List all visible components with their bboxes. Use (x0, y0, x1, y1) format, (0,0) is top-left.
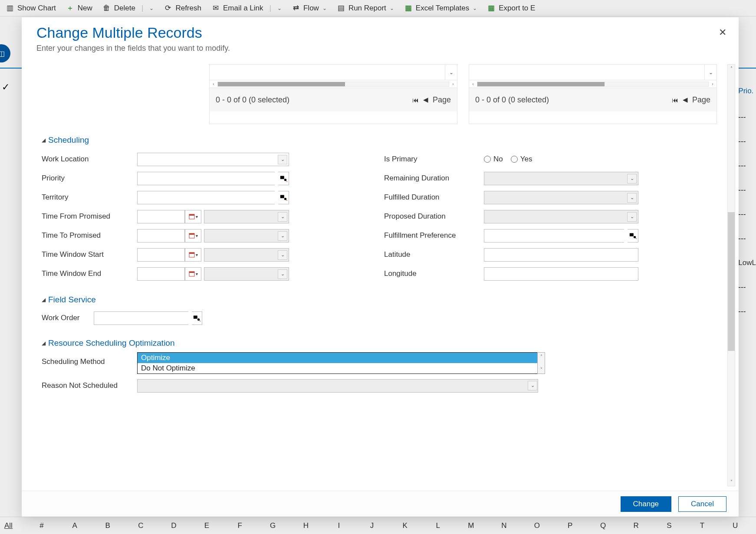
time-window-end-label: Time Window End (42, 269, 137, 278)
prev-page-icon[interactable]: ◀ (683, 96, 688, 104)
svg-rect-9 (189, 252, 194, 254)
remaining-duration-input[interactable] (484, 172, 638, 185)
time-to-promised-time[interactable] (204, 229, 289, 242)
latitude-input[interactable] (484, 248, 638, 262)
fulfillment-preference-input[interactable] (484, 229, 624, 242)
chevron-down-icon[interactable]: ⌄ (445, 65, 457, 80)
time-from-promised-label: Time From Promised (42, 212, 137, 221)
rso-section-label: Resource Scheduling Optimization (48, 338, 175, 348)
dialog-title: Change Multiple Records (36, 24, 724, 41)
option-do-not-optimize[interactable]: Do Not Optimize (138, 363, 538, 373)
radio-yes-label: Yes (520, 155, 532, 164)
priority-label: Priority (42, 174, 137, 183)
longitude-input[interactable] (484, 267, 638, 281)
work-location-select[interactable] (137, 153, 289, 166)
lookup-button[interactable] (278, 172, 289, 185)
option-optimize[interactable]: Optimize (138, 353, 538, 363)
subgrid-status: 0 - 0 of 0 (0 selected) (475, 95, 549, 105)
subgrid-footer: 0 - 0 of 0 (0 selected) ⏮ ◀ Page (469, 88, 717, 111)
page-label: Page (433, 95, 451, 105)
time-window-start-label: Time Window Start (42, 250, 137, 259)
time-to-promised-label: Time To Promised (42, 231, 137, 240)
calendar-button[interactable]: ▾ (185, 229, 201, 242)
longitude-label: Longitude (384, 269, 484, 278)
chevron-down-icon[interactable]: ⌄ (627, 193, 637, 203)
is-primary-no-radio[interactable]: No (484, 155, 503, 164)
dialog-subtitle: Enter your changes in the fields that yo… (36, 44, 724, 53)
scheduling-method-label: Scheduling Method (42, 352, 137, 366)
proposed-duration-label: Proposed Duration (384, 212, 484, 221)
subgrid-hscroll[interactable]: ‹› (210, 80, 457, 88)
collapse-icon: ◢ (42, 137, 46, 143)
time-window-start-time[interactable] (204, 248, 289, 262)
subgrid-hscroll[interactable]: ‹› (469, 80, 717, 88)
subgrid-right: ⌄ ‹› 0 - 0 of 0 (0 selected) ⏮ ◀ Page (469, 64, 717, 124)
svg-rect-14 (194, 316, 197, 319)
svg-rect-11 (189, 272, 194, 273)
field-service-section-label: Field Service (48, 295, 96, 305)
lookup-button[interactable] (192, 311, 202, 325)
work-location-label: Work Location (42, 155, 137, 164)
time-window-end-date[interactable] (137, 267, 185, 281)
svg-rect-5 (189, 214, 194, 216)
time-from-promised-time[interactable] (204, 210, 289, 223)
lookup-button[interactable] (278, 191, 289, 204)
first-page-icon[interactable]: ⏮ (412, 96, 419, 104)
calendar-button[interactable]: ▾ (185, 210, 201, 223)
time-window-end-time[interactable] (204, 267, 289, 281)
close-button[interactable]: ✕ (719, 27, 726, 38)
work-order-input[interactable] (94, 311, 188, 325)
chevron-down-icon[interactable]: ⌄ (627, 174, 637, 183)
latitude-label: Latitude (384, 250, 484, 259)
time-from-promised-date[interactable] (137, 210, 185, 223)
chevron-down-icon[interactable]: ⌄ (278, 231, 287, 241)
dialog-footer: Change Cancel (22, 491, 739, 517)
priority-input[interactable] (137, 172, 275, 185)
scheduling-method-dropdown[interactable]: Optimize Do Not Optimize ˄˅ (137, 352, 538, 374)
first-page-icon[interactable]: ⏮ (672, 96, 678, 104)
dialog-body: ⌄ ‹› 0 - 0 of 0 (0 selected) ⏮ ◀ Page ⌄ … (22, 55, 739, 491)
dialog-header: Change Multiple Records Enter your chang… (22, 17, 739, 55)
chevron-down-icon[interactable]: ⌄ (278, 155, 287, 164)
chevron-down-icon[interactable]: ⌄ (627, 212, 637, 222)
field-service-section-header[interactable]: ◢ Field Service (42, 295, 726, 305)
work-order-label: Work Order (42, 314, 94, 322)
svg-rect-0 (280, 176, 284, 179)
subgrid-status: 0 - 0 of 0 (0 selected) (216, 95, 289, 105)
collapse-icon: ◢ (42, 297, 46, 303)
reason-not-scheduled-label: Reason Not Scheduled (42, 381, 137, 390)
fulfillment-preference-label: Fulfillment Preference (384, 231, 484, 240)
collapse-icon: ◢ (42, 340, 46, 346)
territory-input[interactable] (137, 191, 275, 204)
scheduling-section-label: Scheduling (48, 135, 89, 145)
listbox-scrollbar[interactable]: ˄˅ (537, 352, 545, 374)
subgrid-left: ⌄ ‹› 0 - 0 of 0 (0 selected) ⏮ ◀ Page (209, 64, 457, 124)
chevron-down-icon[interactable]: ⌄ (278, 250, 287, 260)
svg-rect-7 (189, 233, 194, 235)
radio-no-label: No (493, 155, 503, 164)
form-vscroll[interactable]: ˄ ˅ (727, 64, 735, 486)
lookup-button[interactable] (628, 229, 638, 242)
calendar-button[interactable]: ▾ (185, 248, 201, 262)
chevron-down-icon[interactable]: ⌄ (528, 381, 537, 390)
change-button[interactable]: Change (621, 496, 672, 512)
fulfilled-duration-input[interactable] (484, 191, 638, 204)
time-window-start-date[interactable] (137, 248, 185, 262)
is-primary-label: Is Primary (384, 155, 484, 164)
proposed-duration-input[interactable] (484, 210, 638, 223)
chevron-down-icon[interactable]: ⌄ (704, 65, 717, 80)
chevron-down-icon[interactable]: ⌄ (278, 269, 287, 279)
cancel-button[interactable]: Cancel (678, 496, 726, 512)
chevron-down-icon[interactable]: ⌄ (278, 212, 287, 222)
prev-page-icon[interactable]: ◀ (423, 96, 428, 104)
is-primary-yes-radio[interactable]: Yes (511, 155, 532, 164)
rso-section-header[interactable]: ◢ Resource Scheduling Optimization (42, 338, 726, 348)
time-to-promised-date[interactable] (137, 229, 185, 242)
scheduling-section-header[interactable]: ◢ Scheduling (42, 135, 726, 145)
page-label: Page (692, 95, 710, 105)
reason-not-scheduled-input[interactable] (137, 379, 538, 393)
remaining-duration-label: Remaining Duration (384, 174, 484, 183)
fulfilled-duration-label: Fulfilled Duration (384, 193, 484, 202)
calendar-button[interactable]: ▾ (185, 267, 201, 281)
change-multiple-records-dialog: Change Multiple Records Enter your chang… (22, 17, 739, 517)
